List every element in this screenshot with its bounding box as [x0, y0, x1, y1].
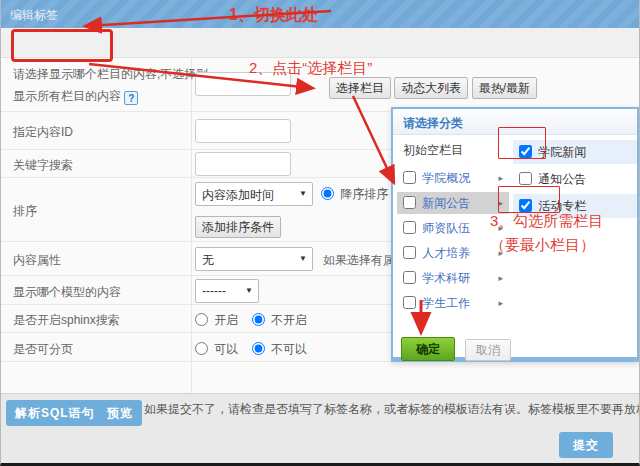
content-attr-value: 无	[202, 252, 214, 269]
tree-item-talent-training[interactable]: 人才培养 ▸	[397, 242, 509, 264]
content-id-input[interactable]	[195, 119, 291, 143]
dynamic-list-button[interactable]: 动态大列表	[394, 77, 468, 99]
tree-item-academic-research[interactable]: 学术科研 ▸	[397, 267, 509, 289]
subcategory-activity-column[interactable]: 活动专栏	[513, 194, 637, 218]
dialog-title: 请选择分类	[403, 115, 463, 132]
category-input[interactable]	[195, 72, 291, 96]
sphinx-label: 是否开启sphinx搜索	[13, 312, 120, 329]
tree-checkbox[interactable]	[403, 296, 416, 309]
keyword-input[interactable]	[195, 152, 291, 176]
category-label-line2: 显示所有栏目的内容 ?	[13, 88, 138, 105]
sort-desc-radio[interactable]	[321, 187, 334, 200]
chevron-right-icon: ▸	[498, 242, 503, 264]
content-id-label: 指定内容ID	[13, 124, 73, 141]
preview-button[interactable]: 预览	[98, 400, 142, 426]
paging-no-label: 不可以	[271, 342, 307, 356]
sphinx-off-label: 不开启	[271, 313, 307, 327]
paging-yes-radio[interactable]	[195, 342, 208, 355]
edit-tag-window: 编辑标签 基本设置 风格样式 其它设置 请选择显示哪个栏目的内容,不选择则 显示…	[0, 0, 640, 466]
subcategory-notices[interactable]: 通知公告	[513, 167, 637, 191]
sort-desc-label: 降序排序	[340, 187, 388, 201]
model-label: 显示哪个模型的内容	[13, 284, 121, 301]
tree-checkbox[interactable]	[403, 196, 416, 209]
chevron-right-icon: ▸	[498, 167, 503, 189]
subcategory-checkbox[interactable]	[519, 199, 532, 212]
chevron-right-icon: ▸	[498, 192, 503, 214]
tree-checkbox[interactable]	[403, 271, 416, 284]
tree-item-faculty[interactable]: 师资队伍 ▸	[397, 217, 509, 239]
sphinx-on-radio[interactable]	[195, 313, 208, 326]
window-titlebar: 编辑标签	[1, 0, 639, 28]
parse-sql-button[interactable]: 解析SQL语句	[6, 400, 104, 426]
row-category: 请选择显示哪个栏目的内容,不选择则 显示所有栏目的内容 ? 选择栏目 动态大列表…	[1, 58, 639, 112]
submit-button[interactable]: 提交	[559, 432, 613, 458]
content-attr-label: 内容属性	[13, 252, 61, 269]
model-value: ------	[202, 284, 226, 298]
add-sort-condition-button[interactable]: 添加排序条件	[195, 216, 281, 238]
sphinx-on-label: 开启	[214, 313, 238, 327]
chevron-right-icon: ▸	[498, 267, 503, 289]
sort-field-select[interactable]: 内容添加时间 ▼	[195, 182, 313, 206]
chevron-down-icon: ▼	[299, 189, 307, 198]
tree-checkbox[interactable]	[403, 246, 416, 259]
category-label-line1: 请选择显示哪个栏目的内容,不选择则	[13, 66, 208, 83]
dialog-titlebar: 请选择分类	[393, 109, 637, 135]
subcategory-college-news[interactable]: 学院新闻	[513, 140, 637, 164]
tree-checkbox[interactable]	[403, 171, 416, 184]
sort-label: 排序	[13, 203, 37, 220]
keyword-label: 关键字搜索	[13, 157, 73, 174]
tree-item-college-overview[interactable]: 学院概况 ▸	[397, 167, 509, 189]
cancel-button[interactable]: 取消	[465, 339, 511, 361]
paging-yes-label: 可以	[214, 342, 238, 356]
paging-label: 是否可分页	[13, 341, 73, 358]
submit-warning-text: 如果提交不了，请检查是否填写了标签名称，或者标签的模板语法有误。标签模板里不要再…	[144, 399, 639, 419]
sphinx-off-radio[interactable]	[252, 313, 265, 326]
chevron-down-icon: ▼	[245, 286, 253, 295]
row-empty	[1, 362, 639, 393]
tab-bar: 基本设置 风格样式 其它设置	[1, 28, 639, 58]
chevron-right-icon: ▸	[498, 217, 503, 239]
content-attr-select[interactable]: 无 ▼	[195, 247, 313, 271]
subcategory-checkbox[interactable]	[519, 172, 532, 185]
model-select[interactable]: ------ ▼	[195, 279, 259, 303]
window-title: 编辑标签	[10, 7, 58, 24]
tree-item-student-work[interactable]: 学生工作 ▸	[397, 292, 509, 314]
sort-field-value: 内容添加时间	[202, 187, 274, 204]
confirm-button[interactable]: 确定	[401, 337, 455, 361]
subcategory-checkbox[interactable]	[519, 145, 532, 158]
paging-no-radio[interactable]	[252, 342, 265, 355]
hot-latest-button[interactable]: 最热/最新	[472, 77, 537, 99]
chevron-down-icon: ▼	[299, 254, 307, 263]
tree-item-news-announcements[interactable]: 新闻公告 ▸	[397, 192, 509, 214]
root-category-label: 初始空栏目	[403, 142, 463, 159]
chevron-right-icon: ▸	[498, 292, 503, 314]
select-category-dialog: 请选择分类 初始空栏目 学院概况 ▸ 新闻公告 ▸ 师资队伍 ▸ 人才培养 ▸ …	[391, 107, 639, 362]
help-icon[interactable]: ?	[124, 91, 138, 105]
tree-checkbox[interactable]	[403, 221, 416, 234]
select-category-button[interactable]: 选择栏目	[329, 77, 391, 99]
